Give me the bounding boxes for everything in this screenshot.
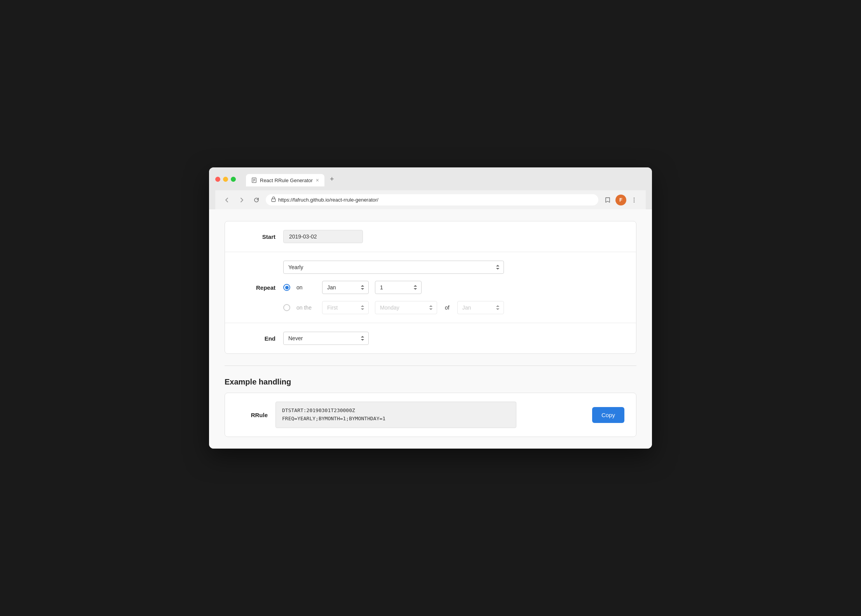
end-label: End [237,335,275,342]
on-day-select[interactable]: 1 2 3 4 5 6 7 8 9 10 11 12 13 [375,281,422,294]
repeat-options-container: Yearly Monthly Weekly Daily Hourly on Ja… [283,261,504,314]
page-icon [251,177,257,183]
on-option-row: on Jan Feb Mar Apr May Jun Jul Aug Sep O… [283,281,504,294]
on-the-option-row: on the First Second Third Fourth Last Mo… [283,301,504,314]
on-the-weekday-select[interactable]: Monday Tuesday Wednesday Thursday Friday… [375,301,437,314]
back-button[interactable] [221,195,232,205]
end-row: End Never After On date [225,323,636,353]
svg-point-7 [634,202,634,202]
svg-point-6 [634,200,634,200]
address-bar[interactable]: https://fafruch.github.io/react-rrule-ge… [266,194,598,205]
browser-window: React RRule Generator × + [209,167,652,449]
page-divider [225,365,636,366]
of-text: of [443,305,451,311]
svg-rect-4 [272,199,275,202]
close-traffic-light[interactable] [215,177,220,182]
start-date-input[interactable] [283,230,363,243]
rrule-value: DTSTART:20190301T230000Z FREQ=YEARLY;BYM… [275,402,516,428]
repeat-row: Repeat Yearly Monthly Weekly Daily Hourl… [225,252,636,323]
traffic-lights [215,177,236,182]
form-card: Start Repeat Yearly Monthly Weekly Daily… [225,221,636,354]
svg-point-5 [634,198,634,198]
example-section: Example handling RRule DTSTART:20190301T… [225,378,636,437]
tab-bar: React RRule Generator × + [246,172,339,186]
on-month-select[interactable]: Jan Feb Mar Apr May Jun Jul Aug Sep Oct … [322,281,369,294]
user-avatar[interactable]: F [615,195,626,205]
rrule-line1: DTSTART:20190301T230000Z [282,407,510,415]
browser-titlebar: React RRule Generator × + [209,167,652,209]
toolbar-actions: F [602,195,640,205]
on-the-position-select[interactable]: First Second Third Fourth Last [322,301,369,314]
on-label: on [296,284,316,291]
example-card: RRule DTSTART:20190301T230000Z FREQ=YEAR… [225,393,636,437]
forward-button[interactable] [236,195,247,205]
reload-button[interactable] [251,195,262,205]
example-section-title: Example handling [225,378,636,386]
on-the-label: on the [296,305,316,311]
repeat-type-select[interactable]: Yearly Monthly Weekly Daily Hourly [283,261,504,274]
active-tab[interactable]: React RRule Generator × [246,174,324,186]
start-row: Start [225,221,636,252]
tab-title: React RRule Generator [260,177,313,183]
bookmark-button[interactable] [602,195,613,205]
copy-button[interactable]: Copy [592,407,624,423]
minimize-traffic-light[interactable] [223,177,228,182]
on-the-radio-button[interactable] [283,304,290,311]
start-label: Start [237,233,275,240]
rrule-label: RRule [237,412,268,418]
new-tab-button[interactable]: + [325,172,339,186]
rrule-line2: FREQ=YEARLY;BYMONTH=1;BYMONTHDAY=1 [282,415,510,423]
menu-button[interactable] [629,195,640,205]
repeat-label: Repeat [237,284,275,291]
tab-close-button[interactable]: × [316,177,319,183]
browser-toolbar: https://fafruch.github.io/react-rrule-ge… [215,190,646,209]
end-select[interactable]: Never After On date [283,332,369,345]
maximize-traffic-light[interactable] [231,177,236,182]
page-content: Start Repeat Yearly Monthly Weekly Daily… [209,209,652,449]
on-radio-button[interactable] [283,284,290,291]
on-the-month-select[interactable]: Jan Feb Mar Apr May Jun Jul Aug Sep Oct … [457,301,504,314]
security-icon [271,197,276,203]
browser-controls: React RRule Generator × + [215,172,646,186]
url-text: https://fafruch.github.io/react-rrule-ge… [278,197,378,203]
